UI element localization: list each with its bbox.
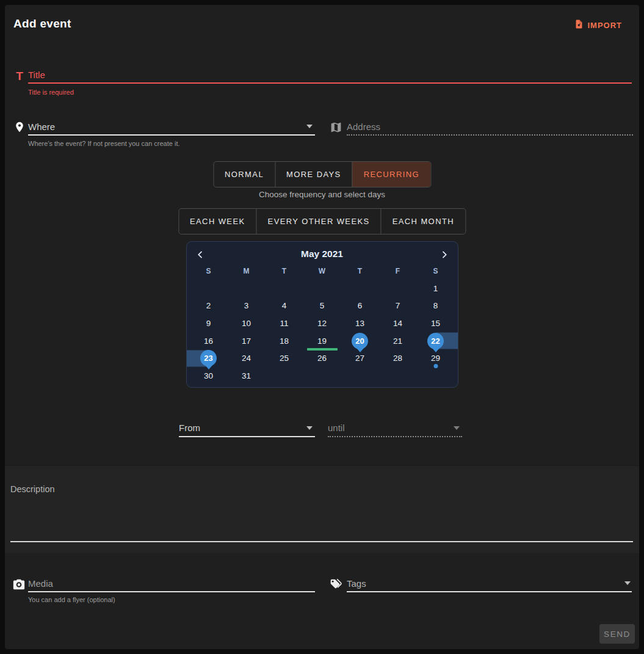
where-helper-text: Where's the event? If not present you ca… xyxy=(28,140,180,147)
calendar-day-26[interactable]: 26 xyxy=(303,349,341,367)
send-button[interactable]: SEND xyxy=(599,624,635,644)
calendar-empty-cell xyxy=(190,280,228,297)
calendar-day-5[interactable]: 5 xyxy=(303,297,341,315)
chevron-down-icon xyxy=(306,426,313,430)
until-time-select[interactable]: until xyxy=(328,420,462,437)
calendar-day-14[interactable]: 14 xyxy=(379,314,417,332)
calendar-empty-cell xyxy=(341,280,379,297)
import-button[interactable]: IMPORT xyxy=(574,19,622,31)
chevron-down-icon xyxy=(306,125,313,128)
description-textarea[interactable] xyxy=(10,541,633,542)
calendar-week-row: 1 xyxy=(190,280,455,297)
file-import-icon xyxy=(574,19,584,31)
calendar-grid: 1234567891011121314151617181920212223242… xyxy=(190,280,455,385)
calendar-day-16[interactable]: 16 xyxy=(190,332,228,350)
calendar-day-2[interactable]: 2 xyxy=(190,297,228,315)
calendar-day-9[interactable]: 9 xyxy=(190,314,228,332)
calendar-empty-cell xyxy=(228,280,266,297)
description-section: Description xyxy=(5,465,639,553)
calendar-day-8[interactable]: 8 xyxy=(417,297,455,315)
chevron-down-icon xyxy=(624,581,631,585)
calendar-day-28[interactable]: 28 xyxy=(379,349,417,367)
today-underline xyxy=(307,348,338,351)
chevron-right-icon xyxy=(440,250,449,261)
address-placeholder: Address xyxy=(347,122,380,132)
calendar-day-3[interactable]: 3 xyxy=(228,297,266,315)
title-error-text: Title is required xyxy=(28,89,74,96)
calendar-week-row: 9101112131415 xyxy=(190,314,455,332)
calendar-day-15[interactable]: 15 xyxy=(417,314,455,332)
frequency-each-month[interactable]: EACH MONTH xyxy=(381,209,465,234)
calendar-day-27[interactable]: 27 xyxy=(341,349,379,367)
media-helper-text: You can add a flyer (optional) xyxy=(28,596,115,603)
calendar-day-17[interactable]: 17 xyxy=(228,332,266,350)
calendar-empty-cell xyxy=(341,367,379,385)
tags-select[interactable]: Tags xyxy=(347,575,632,592)
frequency-caption: Choose frequency and select days xyxy=(5,190,639,199)
calendar-day-19[interactable]: 19 xyxy=(303,332,341,350)
frequency-each-week[interactable]: EACH WEEK xyxy=(179,209,256,234)
camera-icon xyxy=(12,578,26,591)
calendar-empty-cell xyxy=(379,367,417,385)
description-label: Description xyxy=(10,484,55,494)
address-input[interactable]: Address xyxy=(347,118,633,136)
tags-icon xyxy=(328,578,342,591)
until-placeholder: until xyxy=(328,423,345,433)
tab-more-days[interactable]: MORE DAYS xyxy=(275,162,352,187)
tab-recurring[interactable]: RECURRING xyxy=(352,162,430,187)
calendar-day-30[interactable]: 30 xyxy=(190,367,228,385)
calendar-weekday-row: SMTWTFS xyxy=(190,267,455,275)
title-text-icon: T xyxy=(12,70,27,83)
tags-placeholder: Tags xyxy=(347,578,366,589)
calendar-empty-cell xyxy=(303,280,341,297)
calendar-day-13[interactable]: 13 xyxy=(341,314,379,332)
calendar-day-18[interactable]: 18 xyxy=(266,332,303,350)
weekday-label: S xyxy=(417,267,455,275)
calendar-day-6[interactable]: 6 xyxy=(341,297,379,315)
location-pin-icon xyxy=(12,121,27,133)
calendar-day-24[interactable]: 24 xyxy=(228,349,266,367)
from-time-select[interactable]: From xyxy=(179,420,315,437)
calendar-empty-cell xyxy=(303,367,341,385)
title-placeholder: Title xyxy=(28,70,45,80)
calendar-day-31[interactable]: 31 xyxy=(228,367,266,385)
calendar-week-row: 2345678 xyxy=(190,297,455,315)
calendar-empty-cell xyxy=(266,280,303,297)
calendar-day-10[interactable]: 10 xyxy=(228,314,266,332)
weekday-label: F xyxy=(379,267,417,275)
selected-day-marker: 20 xyxy=(352,333,368,349)
weekday-label: M xyxy=(228,267,266,275)
where-placeholder: Where xyxy=(28,122,55,132)
from-placeholder: From xyxy=(179,423,200,433)
page-title: Add event xyxy=(13,17,71,31)
calendar-next-button[interactable] xyxy=(436,247,453,264)
calendar-day-12[interactable]: 12 xyxy=(303,314,341,332)
event-dot xyxy=(433,364,438,368)
calendar-day-22[interactable]: 22 xyxy=(417,332,455,350)
weekday-label: T xyxy=(341,267,379,275)
where-select[interactable]: Where xyxy=(28,118,315,136)
weekday-label: W xyxy=(303,267,341,275)
calendar-month-label: May 2021 xyxy=(187,249,458,260)
calendar-day-23[interactable]: 23 xyxy=(190,349,228,367)
calendar-day-20[interactable]: 20 xyxy=(341,332,379,350)
calendar-day-7[interactable]: 7 xyxy=(379,297,417,315)
media-input[interactable]: Media xyxy=(28,575,315,592)
frequency-every-other-weeks[interactable]: EVERY OTHER WEEKS xyxy=(256,209,381,234)
calendar-day-1[interactable]: 1 xyxy=(417,280,455,297)
calendar-day-25[interactable]: 25 xyxy=(266,349,303,367)
selected-day-marker: 22 xyxy=(427,333,444,349)
title-input[interactable]: Title xyxy=(28,67,632,84)
calendar-week-row: 3031 xyxy=(190,367,455,385)
calendar-empty-cell xyxy=(417,367,455,385)
calendar-day-21[interactable]: 21 xyxy=(379,332,417,350)
import-button-label: IMPORT xyxy=(587,21,622,30)
calendar-day-29[interactable]: 29 xyxy=(417,349,455,367)
weekday-label: S xyxy=(190,267,228,275)
calendar-empty-cell xyxy=(266,367,303,385)
calendar-week-row: 16171819202122 xyxy=(190,332,455,350)
calendar-day-4[interactable]: 4 xyxy=(266,297,303,315)
tab-normal[interactable]: NORMAL xyxy=(214,162,275,187)
calendar-day-11[interactable]: 11 xyxy=(266,314,303,332)
event-type-tab-group: NORMALMORE DAYSRECURRING xyxy=(213,161,431,187)
